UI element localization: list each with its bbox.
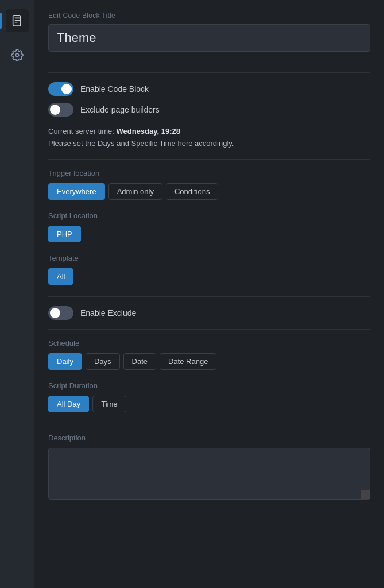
schedule-date-range-button[interactable]: Date Range <box>160 353 216 370</box>
exclude-page-builders-thumb <box>50 105 60 115</box>
trigger-location-label: Trigger location <box>48 169 370 177</box>
divider-1 <box>48 72 370 73</box>
template-group: Template All <box>48 254 370 285</box>
script-location-php-button[interactable]: PHP <box>48 226 81 242</box>
script-duration-allday-button[interactable]: All Day <box>48 396 89 412</box>
schedule-buttons: Daily Days Date Date Range <box>48 353 370 370</box>
trigger-admin-only-button[interactable]: Admin only <box>108 183 162 200</box>
main-content: Edit Code Block Title Enable Code Block … <box>34 0 384 588</box>
script-location-buttons: PHP <box>48 226 370 242</box>
description-textarea[interactable] <box>48 448 370 500</box>
svg-point-4 <box>15 53 19 57</box>
template-buttons: All <box>48 268 370 285</box>
edit-title-label: Edit Code Block Title <box>48 11 370 20</box>
schedule-label: Schedule <box>48 339 370 347</box>
enable-code-block-row: Enable Code Block <box>48 82 370 96</box>
schedule-date-button[interactable]: Date <box>123 353 156 370</box>
code-block-title-input[interactable] <box>48 24 370 52</box>
enable-code-block-thumb <box>61 84 72 94</box>
sidebar-item-settings[interactable] <box>6 44 29 67</box>
script-duration-buttons: All Day Time <box>48 396 370 412</box>
exclude-page-builders-row: Exclude page builders <box>48 103 370 117</box>
trigger-location-group: Trigger location Everywhere Admin only C… <box>48 169 370 200</box>
server-time-value: Wednesday, 19:28 <box>116 127 180 136</box>
enable-exclude-thumb <box>50 308 60 318</box>
divider-2 <box>48 159 370 160</box>
schedule-daily-button[interactable]: Daily <box>48 353 82 370</box>
exclude-page-builders-label: Exclude page builders <box>80 105 160 114</box>
template-all-button[interactable]: All <box>48 268 73 285</box>
enable-code-block-label: Enable Code Block <box>80 84 149 94</box>
divider-5 <box>48 424 370 424</box>
schedule-days-button[interactable]: Days <box>86 353 120 370</box>
trigger-everywhere-button[interactable]: Everywhere <box>48 183 105 200</box>
server-time-hint: Please set the Days and Specific Time he… <box>48 139 234 148</box>
sidebar-item-document[interactable] <box>6 9 29 32</box>
script-duration-time-button[interactable]: Time <box>92 396 126 412</box>
schedule-group: Schedule Daily Days Date Date Range <box>48 339 370 370</box>
trigger-conditions-button[interactable]: Conditions <box>166 183 218 200</box>
script-location-group: Script Location PHP <box>48 211 370 242</box>
script-location-label: Script Location <box>48 211 370 220</box>
template-label: Template <box>48 254 370 262</box>
divider-4 <box>48 329 370 330</box>
server-time-block: Current server time: Wednesday, 19:28 Pl… <box>48 126 370 150</box>
enable-exclude-toggle[interactable] <box>48 306 73 320</box>
description-group: Description <box>48 434 370 501</box>
description-label: Description <box>48 434 370 442</box>
trigger-location-buttons: Everywhere Admin only Conditions <box>48 183 370 200</box>
svg-rect-0 <box>13 16 20 26</box>
enable-exclude-label: Enable Exclude <box>80 308 136 318</box>
server-time-prefix: Current server time: <box>48 127 116 136</box>
enable-exclude-row: Enable Exclude <box>48 306 370 320</box>
script-duration-label: Script Duration <box>48 381 370 390</box>
sidebar <box>0 0 34 588</box>
script-duration-group: Script Duration All Day Time <box>48 381 370 412</box>
divider-3 <box>48 296 370 297</box>
enable-code-block-toggle[interactable] <box>48 82 73 96</box>
exclude-page-builders-toggle[interactable] <box>48 103 73 117</box>
